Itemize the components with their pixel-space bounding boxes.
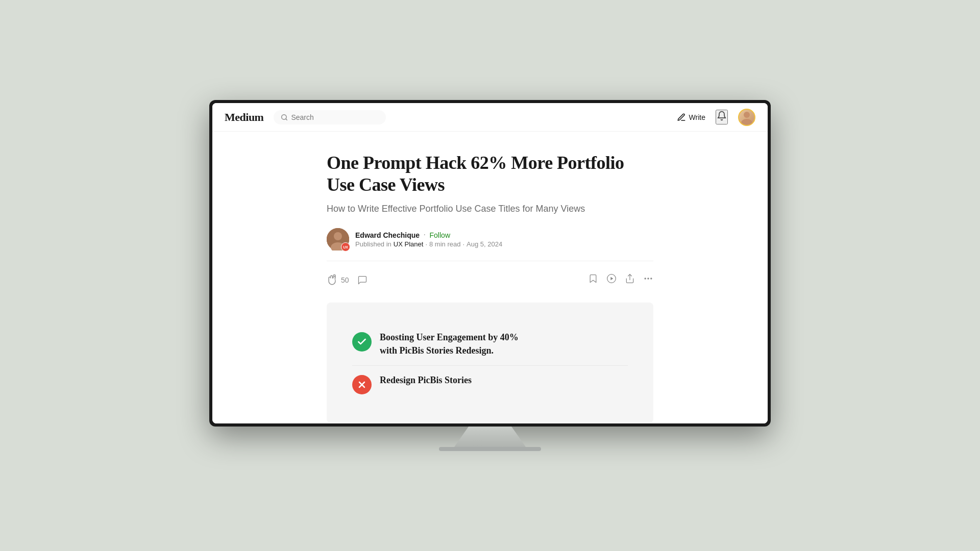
monitor-stand bbox=[454, 427, 526, 447]
svg-marker-8 bbox=[610, 277, 613, 281]
meta-separator-2: · bbox=[462, 240, 464, 248]
write-icon bbox=[677, 113, 686, 122]
comment-button[interactable] bbox=[357, 275, 368, 285]
clap-icon bbox=[327, 274, 338, 286]
read-time: 8 min read bbox=[429, 240, 460, 248]
publish-date: Aug 5, 2024 bbox=[467, 240, 502, 248]
published-in-label: Published in bbox=[355, 240, 391, 248]
follow-button[interactable]: Follow bbox=[430, 231, 450, 239]
content-item-1-text: Boosting User Engagement by 40%with PicB… bbox=[380, 331, 519, 357]
share-button[interactable] bbox=[625, 273, 635, 286]
bookmark-icon bbox=[588, 273, 598, 284]
author-avatar[interactable]: UX bbox=[327, 228, 349, 251]
check-circle-icon bbox=[352, 332, 372, 352]
write-label: Write bbox=[689, 113, 705, 121]
article-title: One Prompt Hack 62% More Portfolio Use C… bbox=[327, 152, 653, 196]
navbar-right: Write bbox=[677, 109, 755, 126]
author-meta: Published in UX Planet · 8 min read · Au… bbox=[355, 240, 502, 248]
search-input[interactable] bbox=[291, 113, 379, 121]
svg-line-1 bbox=[286, 118, 287, 120]
svg-point-3 bbox=[741, 119, 752, 125]
author-dot: · bbox=[424, 231, 426, 239]
meta-separator-1: · bbox=[425, 240, 427, 248]
svg-point-12 bbox=[650, 278, 652, 280]
svg-point-2 bbox=[744, 112, 750, 118]
clap-count: 50 bbox=[341, 276, 349, 284]
author-info: Edward Chechique · Follow Published in U… bbox=[355, 231, 502, 248]
x-circle-icon bbox=[352, 375, 372, 394]
comment-icon bbox=[357, 275, 368, 285]
avatar-image bbox=[739, 110, 754, 125]
action-bar: 50 bbox=[327, 269, 653, 290]
action-left: 50 bbox=[327, 274, 368, 286]
search-icon bbox=[281, 114, 288, 121]
svg-point-10 bbox=[645, 278, 646, 280]
author-name[interactable]: Edward Chechique bbox=[355, 231, 420, 239]
main-content: One Prompt Hack 62% More Portfolio Use C… bbox=[212, 132, 768, 423]
monitor-base bbox=[439, 447, 541, 451]
content-item-2: Redesign PicBis Stories bbox=[352, 365, 628, 403]
play-button[interactable] bbox=[606, 273, 617, 286]
content-card: Boosting User Engagement by 40%with PicB… bbox=[327, 303, 653, 422]
play-icon bbox=[606, 273, 617, 284]
action-right bbox=[588, 273, 653, 286]
article-subtitle: How to Write Effective Portfolio Use Cas… bbox=[327, 202, 653, 216]
publication-link[interactable]: UX Planet bbox=[394, 240, 424, 248]
search-bar[interactable] bbox=[274, 110, 386, 124]
bell-icon bbox=[717, 111, 727, 121]
notifications-button[interactable] bbox=[716, 110, 728, 124]
divider-top bbox=[327, 261, 653, 261]
svg-point-5 bbox=[334, 232, 342, 240]
bookmark-button[interactable] bbox=[588, 273, 598, 286]
more-button[interactable] bbox=[643, 273, 653, 286]
author-name-row: Edward Chechique · Follow bbox=[355, 231, 502, 239]
svg-point-11 bbox=[647, 278, 649, 280]
write-button[interactable]: Write bbox=[677, 113, 705, 122]
navbar: Medium Write bbox=[212, 103, 768, 132]
more-icon bbox=[643, 273, 653, 284]
content-item-1: Boosting User Engagement by 40%with PicB… bbox=[352, 323, 628, 365]
author-row: UX Edward Chechique · Follow Published i… bbox=[327, 228, 653, 251]
clap-button[interactable]: 50 bbox=[327, 274, 349, 286]
medium-logo[interactable]: Medium bbox=[225, 111, 263, 124]
share-icon bbox=[625, 273, 635, 284]
user-avatar[interactable] bbox=[738, 109, 755, 126]
content-item-2-text: Redesign PicBis Stories bbox=[380, 374, 472, 387]
article-container: One Prompt Hack 62% More Portfolio Use C… bbox=[316, 152, 664, 423]
